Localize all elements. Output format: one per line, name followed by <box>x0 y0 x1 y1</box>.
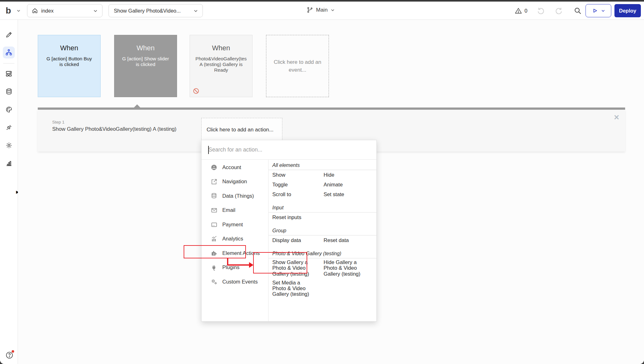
branch-chevron-icon <box>330 8 335 12</box>
action-toggle[interactable]: Toggle <box>272 180 324 190</box>
page-selector-chevron-icon <box>93 8 98 13</box>
action-category-list: Account Navigation Data (Things) <box>202 160 269 322</box>
action-search-input[interactable] <box>208 140 366 159</box>
category-label: Plugins <box>222 264 239 271</box>
category-plugins[interactable]: Plugins <box>202 261 268 275</box>
issues-indicator[interactable]: 0 <box>515 7 527 14</box>
sidebar-item-data[interactable] <box>3 85 15 97</box>
close-icon[interactable]: ✕ <box>614 113 619 122</box>
category-label: Payment <box>222 222 243 228</box>
chart-icon <box>5 160 13 167</box>
branch-selector[interactable]: Main <box>307 7 335 13</box>
top-toolbar: b index Show Gallery Photo&Video... Main <box>0 2 644 20</box>
page-selector[interactable]: index <box>27 4 103 17</box>
category-data-things[interactable]: Data (Things) <box>202 189 268 203</box>
section-header-input: Input <box>269 202 376 212</box>
add-event-placeholder[interactable]: Click here to add an event... <box>266 35 329 97</box>
puzzle-bolt-icon <box>210 250 218 257</box>
event-title: When <box>190 44 252 52</box>
envelope-icon <box>210 207 218 214</box>
play-icon <box>591 7 598 14</box>
search-icon[interactable] <box>574 7 582 15</box>
deploy-button[interactable]: Deploy <box>614 4 641 17</box>
category-custom-events[interactable]: Custom Events <box>202 275 268 289</box>
gear-icon <box>5 142 13 149</box>
undo-icon[interactable] <box>536 7 545 15</box>
section-header-all-elements: All elements <box>269 160 376 170</box>
event-card-button-buy[interactable]: When G [action] Button Buy is clicked <box>38 35 101 97</box>
category-element-actions[interactable]: Element Actions <box>202 246 268 261</box>
bubble-logo[interactable]: b <box>6 6 11 16</box>
action-show-gallery[interactable]: Show Gallery a Photo & Video Gallery (te… <box>272 258 324 279</box>
action-search-row <box>202 140 376 160</box>
category-label: Analytics <box>222 236 243 242</box>
bubble-editor-window: b index Show Gallery Photo&Video... Main <box>0 2 644 364</box>
action-menu-popup: Account Navigation Data (Things) <box>201 140 377 322</box>
action-animate[interactable]: Animate <box>324 180 376 190</box>
category-navigation[interactable]: Navigation <box>202 175 268 189</box>
category-label: Account <box>222 164 241 171</box>
sidebar-item-components[interactable] <box>3 68 15 80</box>
workflow-canvas: When G [action] Button Buy is clicked Wh… <box>18 20 644 364</box>
database-icon <box>210 192 218 200</box>
action-set-state[interactable]: Set state <box>324 190 376 199</box>
redo-icon[interactable] <box>555 7 563 15</box>
issues-count: 0 <box>525 8 527 14</box>
home-icon <box>32 8 38 14</box>
action-set-media[interactable]: Set Media a Photo & Video Gallery (testi… <box>272 279 324 299</box>
action-show[interactable]: Show <box>272 170 324 180</box>
palette-icon <box>5 106 13 113</box>
event-card-gallery-ready[interactable]: When Photo&VideoGallery(tes A (testing) … <box>190 35 253 97</box>
preview-button[interactable] <box>586 4 611 17</box>
database-icon <box>5 88 13 95</box>
add-action-placeholder[interactable]: Click here to add an action... <box>201 118 282 142</box>
components-icon <box>5 70 13 77</box>
pencil-icon <box>5 31 13 38</box>
blocked-icon <box>193 88 199 94</box>
action-scroll-to[interactable]: Scroll to <box>272 190 324 199</box>
sidebar-item-styles[interactable] <box>3 103 15 115</box>
git-branch-icon <box>307 7 313 13</box>
editor-sidebar <box>0 20 18 364</box>
step-title: Show Gallery Photo&VideoGallery(testing)… <box>52 126 176 132</box>
sidebar-item-settings[interactable] <box>3 139 15 151</box>
sidebar-item-logs[interactable] <box>3 157 15 169</box>
action-hide[interactable]: Hide <box>324 170 376 180</box>
action-reset-data[interactable]: Reset data <box>324 235 376 245</box>
sidebar-item-plugins[interactable] <box>3 121 15 133</box>
add-action-label: Click here to add an action... <box>207 127 274 133</box>
workflow-action-selector[interactable]: Show Gallery Photo&Video... <box>108 4 203 17</box>
step-strip-notch <box>134 104 141 108</box>
analytics-icon <box>210 235 218 243</box>
page-selector-value: index <box>41 8 53 14</box>
category-label: Data (Things) <box>222 193 254 199</box>
event-card-show-slider[interactable]: When G [action] Show slider is clicked <box>114 35 177 97</box>
sidebar-item-design[interactable] <box>3 29 15 41</box>
add-event-label: Click here to add an event... <box>274 58 321 74</box>
step-strip <box>38 108 625 110</box>
share-icon <box>210 178 218 185</box>
action-reset-inputs[interactable]: Reset inputs <box>272 212 324 222</box>
category-email[interactable]: Email <box>202 203 268 218</box>
section-header-photo-video-gallery: Photo & Video Gallery (testing) <box>269 248 376 258</box>
sidebar-item-workflow[interactable] <box>3 47 15 58</box>
branch-name: Main <box>316 7 328 13</box>
category-analytics[interactable]: Analytics <box>202 232 268 246</box>
event-title: When <box>38 44 100 52</box>
event-description: Photo&VideoGallery(tes A (testing) Galle… <box>190 56 252 73</box>
action-hide-gallery[interactable]: Hide Gallery a Photo & Video Gallery (te… <box>324 258 376 279</box>
help-button[interactable] <box>5 351 14 359</box>
logo-chevron-down-icon[interactable] <box>16 8 21 13</box>
category-label: Email <box>222 207 236 213</box>
action-display-data[interactable]: Display data <box>272 235 324 245</box>
workflow-action-selector-value: Show Gallery Photo&Video... <box>114 8 181 14</box>
action-list: All elements Show Hide Toggle Animate Sc… <box>269 160 376 322</box>
plug-icon <box>5 124 13 131</box>
category-account[interactable]: Account <box>202 160 268 175</box>
sidebar-divider <box>3 63 14 63</box>
section-header-group: Group <box>269 225 376 235</box>
category-payment[interactable]: Payment <box>202 218 268 232</box>
gears-icon <box>210 278 218 285</box>
credit-card-icon <box>210 221 218 228</box>
plug-icon <box>210 264 218 271</box>
